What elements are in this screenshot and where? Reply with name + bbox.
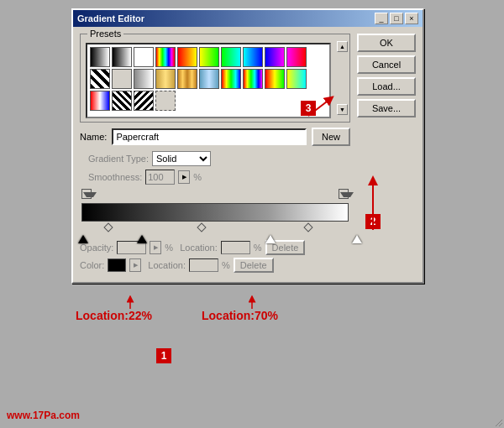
preset-hatch[interactable] (112, 91, 132, 111)
preset-hatch2[interactable] (134, 91, 154, 111)
opacity-loc-label: Location: (180, 243, 218, 253)
smoothness-input[interactable] (145, 170, 175, 185)
svg-line-6 (499, 423, 502, 426)
presets-scroll-up[interactable]: ▲ (337, 41, 348, 52)
badge-1: 1 (156, 348, 171, 363)
name-input[interactable] (112, 128, 307, 145)
title-bar-buttons: _ □ × (375, 13, 418, 24)
preset-current[interactable] (155, 91, 176, 111)
presets-label: Presets (87, 29, 123, 39)
preset-mr[interactable] (286, 47, 307, 67)
badge-3: 3 (301, 101, 316, 116)
cancel-button[interactable]: Cancel (357, 55, 416, 74)
minimize-button[interactable]: _ (375, 13, 388, 24)
maximize-button[interactable]: □ (390, 13, 403, 24)
preset-cb[interactable] (243, 47, 263, 67)
ok-button[interactable]: OK (357, 34, 416, 52)
presets-scroll-down[interactable]: ▼ (337, 104, 348, 115)
color-stops-row (81, 222, 349, 237)
preset-gold2[interactable] (177, 69, 197, 89)
preset-rainbow[interactable] (155, 47, 176, 67)
presets-container (86, 43, 331, 118)
opacity-loc-input[interactable] (221, 241, 250, 254)
preset-spectrum2[interactable] (243, 69, 263, 89)
load-button[interactable]: Load... (357, 77, 416, 96)
badge-2: 2 (365, 214, 381, 229)
preset-wt[interactable] (134, 47, 154, 67)
color-delete-button[interactable]: Delete (234, 258, 274, 273)
left-panel: Presets ▲ (80, 34, 350, 275)
watermark: www.17Pa.com (7, 410, 80, 421)
save-button[interactable]: Save... (357, 99, 416, 117)
svg-line-5 (496, 420, 502, 426)
preset-bt[interactable] (112, 47, 132, 67)
window-title: Gradient Editor (77, 13, 144, 23)
smoothness-label: Smoothness: (88, 172, 142, 182)
gradient-editor-window: Gradient Editor _ □ × Presets ▲ (71, 8, 424, 284)
midpoint-diamond-2[interactable] (197, 222, 206, 232)
preset-rg[interactable] (265, 69, 285, 89)
preset-yc[interactable] (286, 69, 307, 89)
title-bar: Gradient Editor _ □ × (73, 10, 423, 27)
opacity-stops-row (81, 188, 349, 203)
new-button[interactable]: New (312, 128, 350, 146)
opacity-row: Opacity: ▶ % Location: % Delete (80, 240, 350, 255)
preset-rwb[interactable] (90, 91, 110, 111)
gradient-type-row: Gradient Type: Solid Noise (88, 151, 350, 166)
smoothness-percent: % (193, 172, 202, 182)
opacity-label: Opacity: (80, 243, 113, 253)
resize-grip[interactable] (492, 416, 502, 426)
preset-spectrum[interactable] (221, 69, 241, 89)
color-label: Color: (80, 260, 104, 270)
presets-inner (87, 44, 329, 113)
gradient-type-select[interactable]: Solid Noise (152, 151, 211, 166)
opacity-stop-left[interactable] (81, 189, 92, 199)
color-row: Color: ▶ Location: % Delete (80, 258, 350, 273)
gradient-bar[interactable] (81, 203, 349, 222)
preset-gw[interactable] (134, 69, 154, 89)
window-body: Presets ▲ (73, 27, 423, 282)
smoothness-increment[interactable]: ▶ (178, 170, 190, 184)
color-loc-input[interactable] (189, 258, 218, 272)
preset-bm[interactable] (265, 47, 285, 67)
bottom-controls: Opacity: ▶ % Location: % Delete Color: ▶… (80, 240, 350, 273)
location-70-label: Location:70% (202, 309, 278, 322)
color-swatch[interactable] (108, 258, 126, 272)
midpoint-diamond-3[interactable] (304, 222, 313, 232)
color-arrow[interactable]: ▶ (129, 258, 141, 272)
close-button[interactable]: × (405, 13, 418, 24)
name-label: Name: (80, 132, 107, 142)
preset-stripe[interactable] (90, 69, 110, 89)
opacity-pct: % (165, 243, 173, 253)
preset-gc[interactable] (221, 47, 241, 67)
opacity-stop-right[interactable] (339, 189, 349, 199)
color-loc-label: Location: (148, 260, 186, 270)
name-row: Name: New (80, 128, 350, 146)
opacity-arrow[interactable]: ▶ (150, 241, 161, 254)
preset-empty[interactable] (112, 69, 132, 89)
gradient-type-label: Gradient Type: (88, 154, 149, 164)
preset-yg[interactable] (199, 47, 219, 67)
midpoint-diamond-1[interactable] (103, 222, 113, 232)
gradient-area (80, 188, 350, 237)
preset-gold[interactable] (155, 69, 176, 89)
preset-ry[interactable] (177, 47, 197, 67)
location-22-label: Location:22% (76, 309, 152, 322)
smoothness-row: Smoothness: ▶ % (88, 170, 350, 185)
preset-blue-metal[interactable] (199, 69, 219, 89)
right-panel: OK Cancel Load... Save... (357, 34, 416, 275)
preset-bw[interactable] (90, 47, 110, 67)
